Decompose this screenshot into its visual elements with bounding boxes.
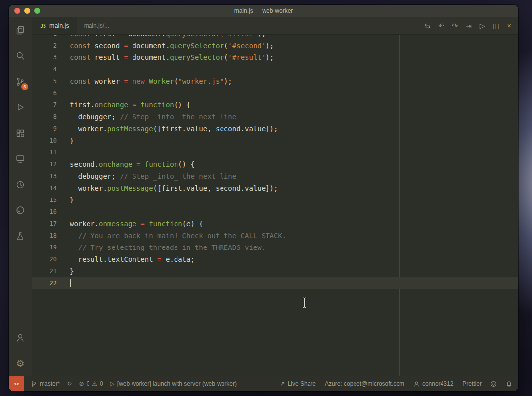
launch-item[interactable]: ▷ [web-worker] launch with server (web-w… (110, 380, 237, 387)
account-item[interactable]: connor4312 (413, 380, 453, 387)
branch-icon (31, 381, 37, 387)
share-icon: ↗ (280, 381, 285, 387)
editor-actions: ⇆ ↶ ↷ ⇥ ▷ ◫ × (425, 22, 511, 29)
open-changes-icon[interactable]: ⇆ (425, 22, 431, 29)
git-branch-item[interactable]: master* (31, 380, 60, 387)
line-number: 6 (32, 87, 57, 99)
code-line[interactable]: 3const result = document.querySelector('… (32, 51, 518, 63)
code-line[interactable]: 1const first = document.querySelector('#… (32, 35, 518, 40)
source-control-icon[interactable]: 6 (9, 69, 32, 95)
tab-bar: JS main.js main.js/... ⇆ ↶ ↷ ⇥ ▷ ◫ × (32, 17, 518, 35)
line-number: 14 (32, 182, 57, 194)
line-number: 21 (32, 265, 57, 277)
close-window-button[interactable] (14, 8, 20, 14)
line-number: 3 (32, 51, 57, 63)
live-share-item[interactable]: ↗ Live Share (280, 380, 316, 387)
line-number: 12 (32, 158, 57, 170)
code-line[interactable]: 13 debugger; // Step _into_ the next lin… (32, 170, 518, 182)
formatter-label: Prettier (462, 380, 482, 387)
code-line[interactable]: 22 (32, 277, 518, 289)
code-line[interactable]: 17worker.onmessage = function(e) { (32, 218, 518, 230)
code-line[interactable]: 5const worker = new Worker("worker.js"); (32, 75, 518, 87)
sync-icon: ↻ (67, 381, 72, 387)
code-line[interactable]: 16 (32, 206, 518, 218)
code-line[interactable]: 2const second = document.querySelector('… (32, 40, 518, 51)
zoom-window-button[interactable] (34, 8, 40, 14)
code-line[interactable]: 11 (32, 147, 518, 158)
person-icon (413, 381, 420, 387)
live-share-label: Live Share (288, 380, 316, 387)
code-line[interactable]: 7first.onchange = function() { (32, 99, 518, 111)
scm-changes-badge: 6 (21, 83, 28, 90)
error-icon: ⊘ (79, 381, 84, 387)
feedback-smiley-icon (490, 381, 497, 387)
line-number: 20 (32, 253, 57, 265)
warning-count: 0 (100, 380, 103, 387)
split-editor-icon[interactable]: ◫ (493, 22, 499, 29)
code-line[interactable]: 15} (32, 194, 518, 206)
test-flask-icon[interactable] (9, 223, 32, 249)
azure-item[interactable]: Azure: copeet@microsoft.com (325, 380, 404, 387)
account-icon[interactable] (9, 325, 32, 350)
code-line[interactable]: 4 (32, 63, 518, 75)
titlebar: main.js — web-worker (9, 5, 518, 17)
code-line[interactable]: 19 // Try selecting threads in the THREA… (32, 242, 518, 253)
navigate-back-icon[interactable]: ↶ (439, 22, 444, 29)
line-number: 9 (32, 123, 57, 135)
code-line[interactable]: 14 worker.postMessage([first.value, seco… (32, 182, 518, 194)
bell-icon (506, 381, 512, 387)
step-out-icon[interactable]: ⇥ (466, 22, 472, 29)
code-line[interactable]: 20 result.textContent = e.data; (32, 253, 518, 265)
code-line[interactable]: 9 worker.postMessage([first.value, secon… (32, 123, 518, 135)
settings-gear-icon[interactable]: ⚙ (9, 350, 32, 376)
run-icon[interactable]: ▷ (480, 22, 485, 29)
code-line[interactable]: 6 (32, 87, 518, 99)
line-number: 18 (32, 230, 57, 242)
line-number: 8 (32, 111, 57, 123)
window-title: main.js — web-worker (234, 7, 293, 14)
code-editor[interactable]: 1const first = document.querySelector('#… (32, 35, 518, 376)
feedback-item[interactable] (490, 381, 497, 387)
line-number: 10 (32, 135, 57, 147)
code-line[interactable]: 12second.onchange = function() { (32, 158, 518, 170)
history-icon[interactable] (9, 172, 32, 198)
account-label: connor4312 (422, 380, 453, 387)
formatter-item[interactable]: Prettier (462, 380, 482, 387)
close-editor-icon[interactable]: × (507, 22, 511, 29)
search-icon[interactable] (9, 43, 32, 69)
line-number: 11 (32, 147, 57, 158)
code-line[interactable]: 8 debugger; // Step _into_ the next line (32, 111, 518, 123)
remote-explorer-icon[interactable] (9, 146, 32, 172)
breadcrumb[interactable]: main.js/... (84, 22, 109, 29)
remote-indicator[interactable]: >< (9, 376, 24, 391)
sync-item[interactable]: ↻ (67, 381, 72, 387)
extensions-icon[interactable] (9, 120, 32, 146)
line-number: 7 (32, 99, 57, 111)
problems-item[interactable]: ⊘ 0 ⚠ 0 (79, 380, 103, 387)
tab-main-js[interactable]: JS main.js (32, 17, 77, 34)
minimize-window-button[interactable] (24, 8, 30, 14)
code-lines: 1const first = document.querySelector('#… (32, 35, 518, 289)
line-number: 19 (32, 242, 57, 253)
code-line[interactable]: 10} (32, 135, 518, 147)
line-number: 13 (32, 170, 57, 182)
line-number: 2 (32, 40, 57, 51)
run-debug-icon[interactable] (9, 95, 32, 120)
tab-label: main.js (49, 22, 69, 29)
notifications-item[interactable] (506, 381, 512, 387)
js-file-icon: JS (40, 23, 46, 29)
vscode-window: main.js — web-worker 6 (9, 5, 518, 391)
line-number: 4 (32, 63, 57, 75)
step-over-icon[interactable]: ↷ (452, 22, 458, 29)
line-number: 5 (32, 75, 57, 87)
line-number: 1 (32, 35, 57, 40)
code-line[interactable]: 18 // You are back in main! Check out th… (32, 230, 518, 242)
code-line[interactable]: 21} (32, 265, 518, 277)
line-number: 17 (32, 218, 57, 230)
branch-label: master* (40, 380, 60, 387)
line-number: 15 (32, 194, 57, 206)
warning-icon: ⚠ (92, 381, 97, 387)
activity-bar: 6 ⚙ (9, 17, 32, 376)
explorer-icon[interactable] (9, 17, 32, 43)
github-icon[interactable] (9, 198, 32, 223)
